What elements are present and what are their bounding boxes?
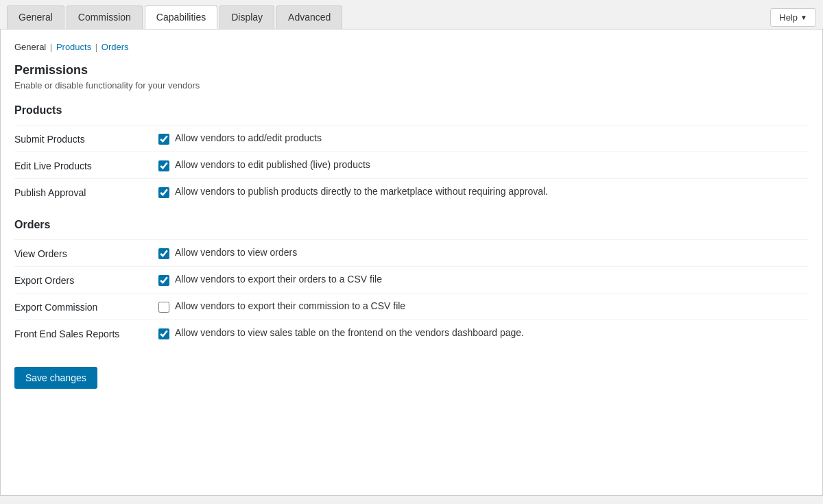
export-commission-checkbox[interactable] [158, 302, 169, 313]
front-end-sales-reports-control: Allow vendors to view sales table on the… [158, 327, 809, 339]
setting-row-front-end-sales-reports: Front End Sales Reports Allow vendors to… [14, 320, 809, 346]
edit-live-products-description[interactable]: Allow vendors to edit published (live) p… [175, 159, 370, 170]
setting-row-publish-approval: Publish Approval Allow vendors to publis… [14, 178, 809, 205]
breadcrumb-sep-2: | [95, 42, 100, 52]
export-orders-description[interactable]: Allow vendors to export their orders to … [175, 274, 382, 285]
publish-approval-checkbox[interactable] [158, 187, 169, 198]
tab-commission[interactable]: Commission [67, 5, 143, 29]
breadcrumb: General | Products | Orders [14, 42, 809, 52]
submit-products-label: Submit Products [14, 132, 158, 145]
export-orders-checkbox[interactable] [158, 275, 169, 286]
setting-row-view-orders: View Orders Allow vendors to view orders [14, 239, 809, 266]
top-bar: General Commission Capabilities Display … [0, 0, 823, 29]
publish-approval-control: Allow vendors to publish products direct… [158, 186, 809, 198]
help-button[interactable]: Help ▼ [770, 8, 816, 27]
breadcrumb-link-products[interactable]: Products [56, 42, 91, 52]
main-content: General | Products | Orders Permissions … [0, 29, 823, 496]
setting-row-export-commission: Export Commission Allow vendors to expor… [14, 293, 809, 320]
tab-display[interactable]: Display [219, 5, 274, 29]
permissions-description: Enable or disable functionality for your… [14, 80, 809, 91]
tab-advanced[interactable]: Advanced [276, 5, 342, 29]
setting-row-export-orders: Export Orders Allow vendors to export th… [14, 266, 809, 293]
edit-live-products-checkbox[interactable] [158, 160, 169, 171]
publish-approval-label: Publish Approval [14, 186, 158, 198]
edit-live-products-control: Allow vendors to edit published (live) p… [158, 159, 809, 171]
products-group-title: Products [14, 104, 809, 117]
save-changes-button[interactable]: Save changes [14, 367, 97, 389]
front-end-sales-reports-description[interactable]: Allow vendors to view sales table on the… [175, 327, 524, 338]
export-commission-description[interactable]: Allow vendors to export their commission… [175, 300, 405, 311]
export-orders-control: Allow vendors to export their orders to … [158, 274, 809, 286]
tab-bar: General Commission Capabilities Display … [7, 5, 344, 29]
view-orders-description[interactable]: Allow vendors to view orders [175, 247, 297, 258]
submit-products-checkbox[interactable] [158, 134, 169, 145]
publish-approval-description[interactable]: Allow vendors to publish products direct… [175, 186, 548, 197]
tab-capabilities[interactable]: Capabilities [145, 5, 217, 29]
help-arrow-icon: ▼ [800, 14, 807, 21]
permissions-title: Permissions [14, 63, 809, 77]
setting-row-edit-live-products: Edit Live Products Allow vendors to edit… [14, 152, 809, 178]
export-commission-control: Allow vendors to export their commission… [158, 300, 809, 313]
export-commission-label: Export Commission [14, 300, 158, 313]
breadcrumb-sep-1: | [50, 42, 55, 52]
breadcrumb-link-orders[interactable]: Orders [102, 42, 129, 52]
submit-products-description[interactable]: Allow vendors to add/edit products [175, 132, 322, 143]
export-orders-label: Export Orders [14, 274, 158, 286]
front-end-sales-reports-checkbox[interactable] [158, 328, 169, 339]
view-orders-label: View Orders [14, 247, 158, 259]
submit-products-control: Allow vendors to add/edit products [158, 132, 809, 145]
view-orders-checkbox[interactable] [158, 248, 169, 259]
view-orders-control: Allow vendors to view orders [158, 247, 809, 259]
breadcrumb-current: General [14, 42, 46, 52]
setting-row-submit-products: Submit Products Allow vendors to add/edi… [14, 125, 809, 152]
front-end-sales-reports-label: Front End Sales Reports [14, 327, 158, 339]
edit-live-products-label: Edit Live Products [14, 159, 158, 171]
orders-group-title: Orders [14, 219, 809, 231]
tab-general[interactable]: General [7, 5, 64, 29]
